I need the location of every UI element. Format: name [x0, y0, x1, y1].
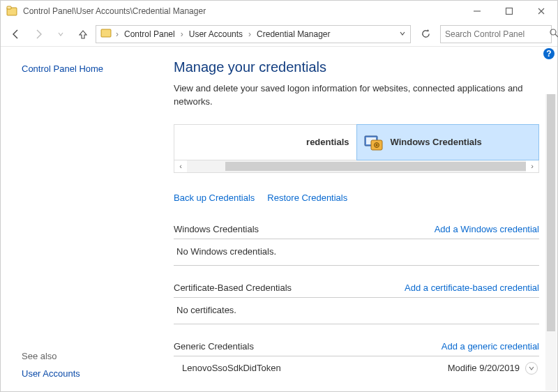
restore-credentials-link[interactable]: Restore Credentials [267, 193, 347, 203]
control-panel-icon [6, 6, 17, 17]
section-empty-text: No Windows credentials. [174, 239, 539, 266]
back-button[interactable] [6, 24, 26, 44]
credential-name: LenovoSsoSdkDidToken [182, 363, 281, 373]
add-windows-credential-link[interactable]: Add a Windows credential [435, 224, 539, 234]
generic-credentials-section: Generic Credentials Add a generic creden… [174, 337, 539, 375]
credential-row[interactable]: LenovoSsoSdkDidToken Modifie 9/20/2019 [174, 356, 539, 375]
svg-point-13 [375, 144, 377, 145]
svg-rect-1 [7, 6, 11, 9]
credential-modified: Modifie 9/20/2019 [448, 363, 520, 373]
svg-point-7 [550, 29, 556, 35]
credential-meta: Modifie 9/20/2019 [448, 362, 538, 375]
see-also-heading: See also [22, 334, 151, 361]
add-generic-credential-link[interactable]: Add a generic credential [442, 341, 539, 352]
section-title: Generic Credentials [174, 341, 254, 352]
page-title: Manage your credentials [174, 59, 539, 75]
address-bar[interactable]: › Control Panel › User Accounts › Creden… [96, 25, 411, 43]
forward-button[interactable] [29, 24, 48, 44]
breadcrumb-credential-manager[interactable]: Credential Manager [255, 29, 331, 39]
user-accounts-link[interactable]: User Accounts [22, 368, 151, 379]
titlebar: Control Panel\User Accounts\Credential M… [1, 1, 557, 22]
content-pane: ? Manage your credentials View and delet… [168, 47, 557, 391]
breadcrumb-sep: › [179, 29, 185, 39]
scroll-track[interactable] [187, 160, 526, 172]
tab-web-credentials-label: redentials [306, 137, 349, 147]
refresh-button[interactable] [416, 25, 435, 43]
vertical-scrollbar-thumb[interactable] [547, 94, 555, 331]
window-root: Control Panel\User Accounts\Credential M… [0, 0, 558, 392]
page-description: View and delete your saved logon informa… [174, 82, 539, 109]
search-box[interactable] [440, 25, 552, 43]
vertical-scrollbar[interactable] [545, 94, 557, 391]
expand-button[interactable] [525, 362, 538, 375]
up-button[interactable] [73, 24, 93, 44]
body: Control Panel Home See also User Account… [1, 47, 557, 391]
maximize-button[interactable] [493, 1, 525, 22]
section-header: Windows Credentials Add a Windows creden… [174, 220, 539, 239]
address-folder-icon [100, 27, 112, 40]
breadcrumb-sep: › [114, 29, 120, 39]
scroll-thumb[interactable] [225, 162, 526, 171]
window-title: Control Panel\User Accounts\Credential M… [23, 6, 461, 16]
control-panel-home-link[interactable]: Control Panel Home [22, 63, 151, 74]
address-dropdown-button[interactable] [399, 29, 406, 39]
svg-line-8 [555, 34, 558, 37]
tab-windows-credentials[interactable]: Windows Credentials [356, 124, 540, 160]
search-icon[interactable] [550, 29, 558, 40]
navigation-bar: › Control Panel › User Accounts › Creden… [1, 22, 557, 47]
scroll-left-button[interactable]: ‹ [174, 160, 187, 172]
section-header: Certificate-Based Credentials Add a cert… [174, 278, 539, 298]
add-certificate-credential-link[interactable]: Add a certificate-based credential [405, 282, 539, 293]
tab-windows-credentials-label: Windows Credentials [391, 137, 482, 147]
backup-restore-row: Back up Credentials Restore Credentials [174, 193, 539, 203]
tabs-horizontal-scrollbar[interactable]: ‹ › [174, 160, 539, 173]
close-button[interactable] [525, 1, 557, 22]
credential-type-tabs: redentials Windows Credentials [174, 124, 539, 160]
search-input[interactable] [445, 29, 550, 39]
section-title: Certificate-Based Credentials [174, 282, 292, 293]
tab-web-credentials[interactable]: redentials [174, 124, 356, 160]
sidebar: Control Panel Home See also User Account… [1, 47, 168, 391]
scroll-right-button[interactable]: › [526, 160, 538, 172]
section-header: Generic Credentials Add a generic creden… [174, 337, 539, 356]
window-caption-buttons [461, 1, 557, 22]
svg-rect-6 [101, 29, 111, 37]
minimize-button[interactable] [461, 1, 493, 22]
backup-credentials-link[interactable]: Back up Credentials [174, 193, 255, 203]
certificate-credentials-section: Certificate-Based Credentials Add a cert… [174, 278, 539, 324]
breadcrumb-sep: › [247, 29, 252, 39]
windows-credentials-section: Windows Credentials Add a Windows creden… [174, 220, 539, 266]
breadcrumb-control-panel[interactable]: Control Panel [123, 29, 176, 39]
section-empty-text: No certificates. [174, 298, 539, 324]
breadcrumb-user-accounts[interactable]: User Accounts [188, 29, 244, 39]
recent-dropdown-button[interactable] [51, 24, 70, 44]
section-title: Windows Credentials [174, 224, 259, 234]
safe-icon [364, 132, 385, 153]
help-icon[interactable]: ? [543, 48, 555, 59]
svg-rect-3 [506, 8, 513, 15]
